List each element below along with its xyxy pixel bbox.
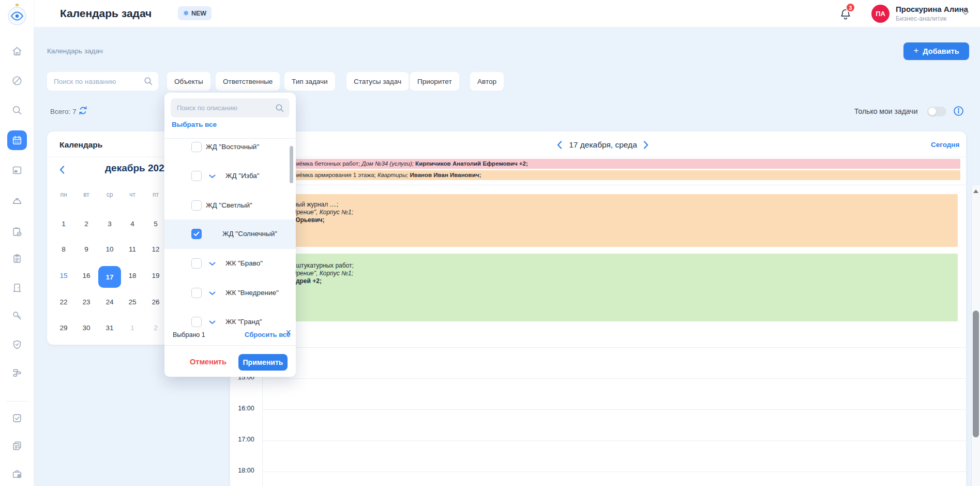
hour-gridline [262,472,966,472]
filter-task-type[interactable]: Тип задачи [284,72,335,91]
refresh-icon[interactable] [78,106,88,115]
date-cell[interactable]: 11 [123,245,142,256]
door-icon[interactable] [11,282,23,293]
ban-icon[interactable] [11,75,23,86]
filter-responsible[interactable]: Ответственные [216,72,280,91]
list-item[interactable]: ЖД "Светлый" [164,191,296,220]
avatar[interactable]: ПА [871,5,889,23]
check-square-icon[interactable] [11,413,23,424]
cancel-button[interactable]: Отменить [190,358,227,366]
prev-month-icon[interactable] [59,166,65,174]
info-icon[interactable] [953,106,964,116]
copy-docs-icon[interactable] [11,440,23,451]
title-search-field[interactable] [47,72,158,91]
date-cell[interactable]: 9 [77,245,96,256]
sidebar [0,0,34,486]
date-cell[interactable]: 10 [100,245,119,256]
checkbox[interactable] [191,258,202,269]
date-cell[interactable]: 26 [146,298,165,308]
search-icon[interactable] [11,105,23,116]
page-scrollbar[interactable] [971,185,980,486]
app-logo[interactable] [5,3,29,26]
next-day-icon[interactable] [643,141,649,149]
date-cell[interactable]: 31 [100,324,119,334]
date-cell[interactable]: 1 [54,220,73,230]
date-cell-next-month[interactable]: 1 [123,324,142,334]
list-scrollbar-thumb[interactable] [290,146,293,183]
key-icon[interactable] [11,310,23,321]
filter-task-statuses[interactable]: Статусы задач [346,72,409,91]
top-header: Календарь задач ❄ NEW 3 ПА Проскурина Ал… [34,0,980,27]
selected-count-label: Выбрано 1 [173,331,205,338]
clipboard-check-icon[interactable] [11,226,23,238]
dropdown-search-input[interactable] [171,98,290,117]
clipboard-list-icon[interactable] [11,253,23,264]
chevron-down-icon[interactable] [209,174,216,179]
only-my-tasks-toggle[interactable] [927,107,946,116]
date-cell[interactable]: 19 [146,272,165,282]
checkbox-checked[interactable] [191,229,202,239]
list-item[interactable]: ЖК "Гранд" [164,307,296,329]
date-cell[interactable]: 16 [77,272,96,282]
allday-event-concrete[interactable]: Приёмка бетонных работ; Дом №34 (услуги)… [282,159,960,169]
timed-event-journal[interactable]: Подписаный журнал ....; ЖК "Внедрение", … [263,194,958,247]
date-cell[interactable]: 30 [77,324,96,334]
sidebar-item-calendar-active[interactable] [7,130,27,150]
list-item[interactable]: ЖК "Браво" [164,249,296,278]
list-item-selected[interactable]: ЖД "Солнечный" [164,219,296,249]
apply-button[interactable]: Применить [238,354,288,371]
date-cell-next-month[interactable]: 2 [146,324,165,334]
select-all-link[interactable]: Выбрать все [172,121,217,128]
add-button[interactable]: + Добавить [903,42,969,60]
date-cell[interactable]: 18 [123,272,142,282]
day-view-panel: 17 декабря, среда Сегодня Приёмка бетонн… [230,131,966,486]
allday-event-reinforcement[interactable]: Приёмка армирования 1 этажа; Квартиры; И… [282,170,960,180]
chevron-down-icon[interactable] [209,291,216,296]
timed-event-plaster[interactable]: Приёмка штукатурных работ; ЖК "Внедрение… [263,254,958,321]
filter-author[interactable]: Автор [470,72,504,91]
chevron-down-icon[interactable] [962,11,969,16]
date-cell[interactable]: 2 [77,220,96,230]
today-button[interactable]: Сегодня [931,141,959,149]
checkbox[interactable] [191,142,202,152]
date-cell[interactable]: 23 [77,298,96,308]
filter-priority[interactable]: Приоритет [410,72,459,91]
date-cell[interactable]: 25 [123,298,142,308]
shield-check-icon[interactable] [11,339,23,350]
list-item[interactable]: ЖК "Внедрение" [164,278,296,308]
filter-objects[interactable]: Объекты [167,72,210,91]
reset-all-link[interactable]: Сбросить все [245,331,290,338]
date-cell[interactable]: 3 [100,220,119,230]
checkbox[interactable] [191,171,202,181]
home-icon[interactable] [11,46,23,57]
date-cell[interactable]: 24 [100,298,119,308]
hour-gridline [262,378,966,379]
total-count: Всего: 7 [50,108,76,115]
checkbox[interactable] [191,317,202,327]
checkbox[interactable] [191,288,202,298]
date-cell[interactable]: 8 [54,245,73,256]
list-item[interactable]: ЖД "Восточный" [164,139,296,162]
title-search-input[interactable] [47,72,158,91]
date-cell-selected[interactable]: 17 [98,266,121,288]
list-item[interactable]: ЖД "Изба" [164,161,296,191]
date-cell-today[interactable]: 15 [54,272,73,282]
hardhat-icon[interactable] [11,196,23,207]
date-cell[interactable]: 5 [146,220,165,230]
org-flow-icon[interactable] [11,367,23,378]
date-cell[interactable]: 12 [146,245,165,256]
briefcase-user-icon[interactable] [11,468,23,480]
scrollbar-thumb[interactable] [973,311,979,437]
chevron-down-icon[interactable] [209,262,216,266]
checkbox[interactable] [191,200,202,211]
dropdown-search-field[interactable] [171,98,290,117]
date-cell[interactable]: 4 [123,220,142,230]
scroll-up-arrow-icon[interactable] [973,189,978,193]
archive-icon[interactable] [11,165,23,176]
close-icon[interactable]: × [285,327,291,337]
mini-calendar-title: Календарь [59,140,102,150]
chevron-down-icon[interactable] [209,320,216,325]
date-cell[interactable]: 29 [54,324,73,334]
date-cell[interactable]: 22 [54,298,73,308]
prev-day-icon[interactable] [557,141,562,149]
